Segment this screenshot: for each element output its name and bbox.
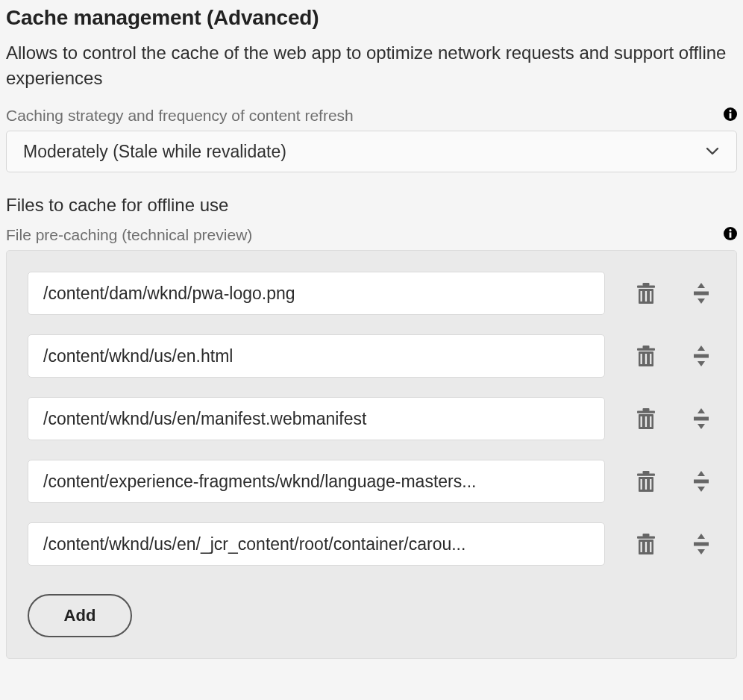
trash-icon	[636, 345, 656, 367]
reorder-handle[interactable]	[687, 279, 715, 307]
files-to-cache-heading: Files to cache for offline use	[6, 195, 737, 216]
file-precaching-label: File pre-caching (technical preview)	[6, 226, 252, 244]
section-title: Cache management (Advanced)	[6, 6, 737, 30]
file-path-input[interactable]: /content/experience-fragments/wknd/langu…	[28, 460, 605, 503]
delete-button[interactable]	[632, 467, 660, 496]
reorder-icon	[691, 407, 712, 430]
delete-button[interactable]	[632, 530, 660, 558]
trash-icon	[636, 470, 656, 493]
info-icon[interactable]	[724, 227, 737, 243]
reorder-icon	[691, 282, 712, 304]
delete-button[interactable]	[632, 404, 660, 433]
reorder-icon	[691, 533, 712, 555]
file-path-input[interactable]: /content/dam/wknd/pwa-logo.png	[28, 272, 605, 315]
caching-strategy-value: Moderately (Stale while revalidate)	[23, 142, 286, 162]
file-path-input[interactable]: /content/wknd/us/en/_jcr_content/root/co…	[28, 522, 605, 566]
reorder-handle[interactable]	[687, 467, 715, 496]
caching-strategy-select[interactable]: Moderately (Stale while revalidate)	[6, 131, 737, 172]
delete-button[interactable]	[632, 342, 660, 370]
reorder-handle[interactable]	[687, 404, 715, 433]
file-row: /content/dam/wknd/pwa-logo.png	[28, 272, 715, 315]
trash-icon	[636, 407, 656, 430]
chevron-down-icon	[705, 144, 720, 159]
file-path-input[interactable]: /content/wknd/us/en/manifest.webmanifest	[28, 397, 605, 440]
reorder-handle[interactable]	[687, 530, 715, 558]
file-precaching-panel: /content/dam/wknd/pwa-logo.png /content/…	[6, 250, 737, 659]
file-row: /content/wknd/us/en/_jcr_content/root/co…	[28, 522, 715, 566]
caching-strategy-label: Caching strategy and frequency of conten…	[6, 107, 354, 125]
reorder-handle[interactable]	[687, 342, 715, 370]
file-row: /content/wknd/us/en.html	[28, 334, 715, 378]
reorder-icon	[691, 470, 712, 493]
reorder-icon	[691, 345, 712, 367]
trash-icon	[636, 282, 656, 304]
delete-button[interactable]	[632, 279, 660, 307]
file-row: /content/experience-fragments/wknd/langu…	[28, 460, 715, 503]
file-row: /content/wknd/us/en/manifest.webmanifest	[28, 397, 715, 440]
add-button[interactable]: Add	[28, 594, 132, 637]
info-icon[interactable]	[724, 107, 737, 124]
trash-icon	[636, 533, 656, 555]
section-description: Allows to control the cache of the web a…	[6, 40, 737, 90]
file-path-input[interactable]: /content/wknd/us/en.html	[28, 334, 605, 378]
